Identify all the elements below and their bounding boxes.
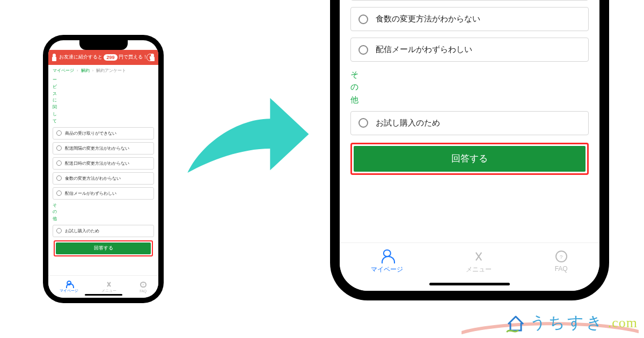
house-icon (505, 312, 526, 334)
option-row[interactable]: 配信メールがわずらわしい (53, 187, 154, 200)
option-label: お試し購入のため (376, 118, 440, 128)
person-icon (380, 249, 394, 263)
breadcrumb-mypage[interactable]: マイページ (53, 68, 74, 73)
promo-price-bubble: 299 (104, 54, 117, 61)
nav-faq[interactable]: FAQ (140, 281, 147, 293)
radio-icon[interactable] (358, 14, 368, 24)
nav-faq[interactable]: FAQ (554, 249, 568, 273)
radio-icon[interactable] (56, 175, 62, 181)
play-icon[interactable] (147, 54, 154, 61)
option-label: 配送間隔の変更方法がわからない (65, 145, 129, 151)
service-options: 商品の受け取りができない 配送間隔の変更方法がわからない 配送日時の変更方法がわ… (48, 125, 158, 200)
option-row[interactable]: 食数の変更方法がわからない (350, 7, 589, 31)
option-label: 商品の受け取りができない (65, 130, 116, 136)
nav-label: FAQ (140, 289, 147, 293)
utensils-icon (472, 249, 486, 263)
submit-button[interactable]: 回答する (56, 243, 151, 254)
radio-icon[interactable] (358, 45, 368, 55)
watermark-logo: うちすき .com (505, 312, 638, 334)
person-icon (65, 281, 73, 288)
nav-label: メニュー (466, 265, 492, 274)
option-label: 配信メールがわずらわしい (65, 190, 116, 196)
option-label: お試し購入のため (65, 228, 99, 234)
nav-label: マイページ (371, 265, 403, 274)
option-row[interactable]: 商品の受け取りができない (53, 127, 154, 139)
option-label: 食数の変更方法がわからない (65, 175, 121, 181)
nav-label: マイページ (60, 289, 78, 293)
promo-text-after: 円で買える！ (119, 54, 148, 61)
phone-notch (79, 40, 128, 50)
option-label: 食数の変更方法がわからない (376, 14, 480, 24)
option-row[interactable]: 配送間隔の変更方法がわからない (53, 142, 154, 155)
nav-menu[interactable]: メニュー (466, 249, 492, 274)
help-icon (140, 281, 147, 289)
other-options: お試し購入のため (48, 223, 158, 237)
submit-highlight-zoom: 回答する (350, 143, 589, 175)
option-row[interactable]: 食数の変更方法がわからない (53, 172, 154, 185)
breadcrumb-cancel[interactable]: 解約 (81, 68, 90, 73)
other-options-zoom: お試し購入のため (340, 106, 599, 135)
radio-icon[interactable] (358, 118, 368, 128)
nav-label: メニュー (101, 289, 116, 293)
arrow-icon (180, 80, 314, 188)
option-row[interactable]: お試し購入のため (53, 225, 154, 237)
phone-mock-big: 配送日時の変更方法がわからない 食数の変更方法がわからない 配信メールがわずらわ… (330, 0, 609, 300)
service-options-zoom: 配送日時の変更方法がわからない 食数の変更方法がわからない 配信メールがわずらわ… (340, 0, 599, 62)
section-label-other-zoom: その他 (340, 68, 599, 106)
radio-icon[interactable] (56, 145, 62, 151)
breadcrumb-current: 解約アンケート (96, 68, 126, 73)
radio-icon[interactable] (56, 160, 62, 166)
nav-mypage[interactable]: マイページ (60, 281, 78, 293)
option-row[interactable]: 配送日時の変更方法がわからない (53, 157, 154, 170)
radio-icon[interactable] (56, 228, 62, 233)
bottom-nav: マイページ メニュー FAQ (48, 275, 158, 298)
nav-mypage[interactable]: マイページ (371, 249, 403, 274)
option-row[interactable]: 配信メールがわずらわしい (350, 38, 589, 62)
help-icon (554, 249, 568, 263)
promo-banner[interactable]: お友達に紹介すると 299 円で買える！ (48, 50, 158, 65)
submit-highlight: 回答する (54, 240, 153, 256)
nav-label: FAQ (554, 265, 568, 273)
section-label-other: その他 (48, 202, 158, 223)
option-label: 配送日時の変更方法がわからない (65, 160, 129, 166)
watermark-text-jp: うちすき (530, 312, 605, 334)
bottom-nav-zoom: マイページ メニュー FAQ (340, 243, 599, 291)
radio-icon[interactable] (56, 130, 62, 136)
breadcrumb: マイページ › 解約 › 解約アンケート (48, 65, 158, 77)
cheer-icon (51, 54, 57, 61)
home-indicator (429, 283, 510, 285)
submit-button[interactable]: 回答する (354, 146, 586, 172)
promo-text-before: お友達に紹介すると (59, 54, 103, 61)
phone-mock-small: お友達に紹介すると 299 円で買える！ マイページ › 解約 › 解約アンケー… (43, 35, 164, 303)
home-indicator (85, 294, 122, 296)
watermark-com: com (612, 315, 638, 330)
nav-menu[interactable]: メニュー (101, 281, 116, 293)
section-label-service: ービスに関して (48, 77, 158, 125)
option-row[interactable]: 配送日時の変更方法がわからない (350, 0, 589, 1)
option-label: 配信メールがわずらわしい (376, 45, 472, 55)
option-row[interactable]: お試し購入のため (350, 111, 589, 135)
radio-icon[interactable] (56, 190, 62, 196)
utensils-icon (105, 281, 113, 288)
